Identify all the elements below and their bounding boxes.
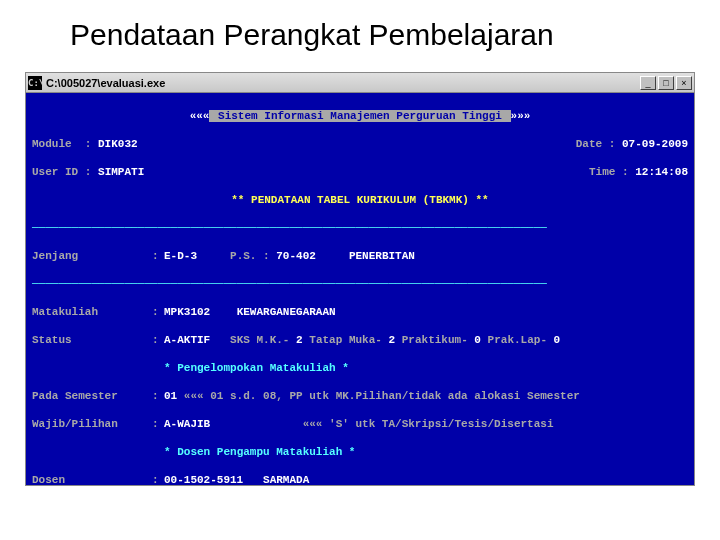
screen-subtitle: ** PENDATAAN TABEL KURIKULUM (TBKMK) ** (32, 193, 688, 207)
status-row: Status: A-AKTIF SKS M.K.- 2 Tatap Muka- … (32, 333, 688, 347)
group-heading: * Pengelompokan Matakuliah * (32, 361, 688, 375)
header-row-2: User ID : SIMPATITime : 12:14:08 (32, 165, 688, 179)
ps-value[interactable]: 70-402 (276, 249, 316, 263)
window-title: C:\005027\evaluasi.exe (46, 77, 638, 89)
separator: ────────────────────────────────────────… (32, 221, 688, 235)
mk-name: KEWARGANEGARAAN (237, 305, 336, 319)
slide-title: Pendataan Perangkat Pembelajaran (0, 0, 720, 62)
semester-value[interactable]: 01 (164, 389, 177, 403)
wajib-value[interactable]: A-WAJIB (164, 417, 210, 431)
jenjang-value[interactable]: E-D-3 (164, 249, 197, 263)
dosen-name: SARMADA (263, 473, 309, 485)
console-window: C:\ C:\005027\evaluasi.exe _ □ × ««« Sis… (25, 72, 695, 486)
wajib-row: Wajib/Pilihan: A-WAJIB ««« 'S' utk TA/Sk… (32, 417, 688, 431)
separator: ────────────────────────────────────────… (32, 277, 688, 291)
terminal-screen: ««« Sistem Informasi Manajemen Perguruan… (26, 93, 694, 485)
userid-value: SIMPATI (98, 165, 144, 179)
minimize-button[interactable]: _ (640, 76, 656, 90)
close-button[interactable]: × (676, 76, 692, 90)
mk-code[interactable]: MPK3102 (164, 305, 210, 319)
dosen-code[interactable]: 00-1502-5911 (164, 473, 243, 485)
window-titlebar: C:\ C:\005027\evaluasi.exe _ □ × (26, 73, 694, 93)
penerbit: PENERBITAN (349, 249, 415, 263)
status-value[interactable]: A-AKTIF (164, 333, 210, 347)
time-value: 12:14:08 (635, 165, 688, 179)
header-row-1: Module : DIK032Date : 07-09-2009 (32, 137, 688, 151)
jenjang-row: Jenjang: E-D-3 P.S. : 70-402 PENERBITAN (32, 249, 688, 263)
date-value: 07-09-2009 (622, 137, 688, 151)
matakuliah-row: Matakuliah: MPK3102 KEWARGANEGARAAN (32, 305, 688, 319)
cmd-icon: C:\ (28, 76, 42, 90)
dosen-row: Dosen: 00-1502-5911 SARMADA (32, 473, 688, 485)
module-value: DIK032 (98, 137, 138, 151)
semester-row: Pada Semester: 01 ««« 01 s.d. 08, PP utk… (32, 389, 688, 403)
dosen-heading: * Dosen Pengampu Matakuliah * (32, 445, 688, 459)
maximize-button[interactable]: □ (658, 76, 674, 90)
system-banner: ««« Sistem Informasi Manajemen Perguruan… (32, 109, 688, 123)
